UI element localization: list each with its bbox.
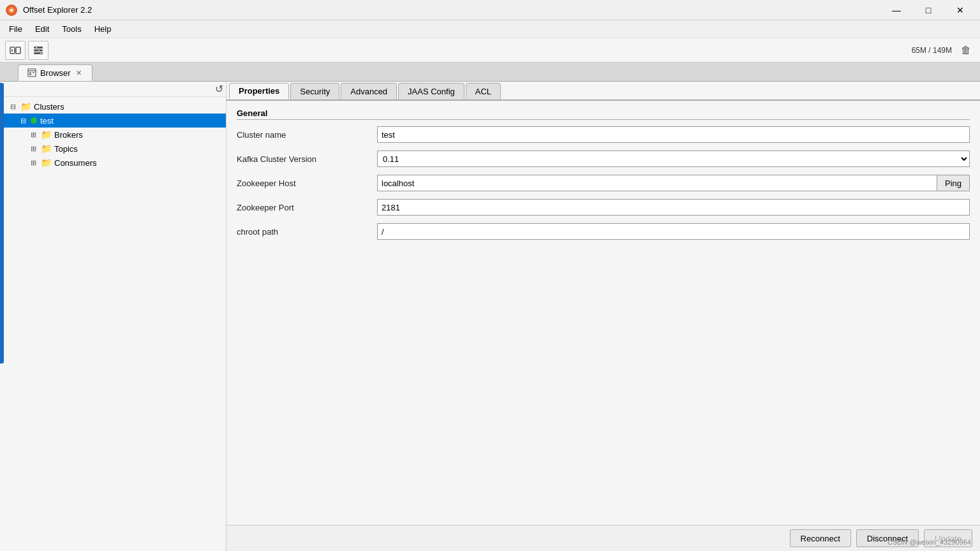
consumers-expander: ⊞ [31,159,41,167]
input-cluster-name[interactable] [377,126,970,143]
tree-node-clusters[interactable]: ⊟ 📁 Clusters [0,99,226,114]
form-row-zookeeper-port: Zookeeper Port [237,199,970,216]
zookeeper-host-group: Ping [377,175,970,191]
tab-advanced-label: Advanced [350,87,387,96]
brokers-label: Brokers [54,130,83,140]
topics-folder-icon: 📁 [41,143,52,154]
menu-edit[interactable]: Edit [29,22,56,36]
window-controls: — □ ✕ [882,0,975,20]
browser-tab-icon [27,68,36,77]
svg-point-10 [36,47,38,48]
sidebar-toolbar: ↺ [0,82,226,97]
maximize-button[interactable]: □ [914,0,943,20]
label-zookeeper-host: Zookeeper Host [237,179,377,188]
input-chroot-path[interactable] [377,223,970,240]
tab-browser-label: Browser [40,68,71,78]
svg-rect-16 [33,72,34,73]
settings-icon [33,45,44,56]
blue-accent-bar [0,83,4,364]
brokers-expander: ⊞ [31,131,41,139]
tab-properties[interactable]: Properties [229,83,289,99]
tab-security[interactable]: Security [290,83,339,99]
property-tabs: Properties Security Advanced JAAS Config… [226,82,980,101]
close-button[interactable]: ✕ [946,0,975,20]
svg-point-11 [38,49,40,51]
consumers-folder-icon: 📁 [41,158,52,168]
test-expander: ⊟ [20,117,31,125]
refresh-button[interactable]: ↺ [215,83,223,95]
cluster-status-dot [31,117,37,124]
bottom-bar: Reconnect Disconnect Update [226,525,980,551]
main-area: ↺ ⊟ 📁 Clusters ⊟ test ⊞ 📁 Brokers [0,82,980,551]
label-kafka-version: Kafka Cluster Version [237,154,377,164]
tab-close-button[interactable]: ✕ [75,69,83,77]
tab-acl[interactable]: ACL [466,83,501,99]
minimize-button[interactable]: — [882,0,911,20]
tree-area: ⊟ 📁 Clusters ⊟ test ⊞ 📁 Brokers ⊞ 📁 Topi… [0,97,226,551]
clusters-expander: ⊟ [10,103,20,111]
watermark: CSDN @weixin_43290964 [887,538,971,546]
title-bar: Offset Explorer 2.2 — □ ✕ [0,0,980,20]
menu-help[interactable]: Help [88,22,118,36]
tree-node-consumers[interactable]: ⊞ 📁 Consumers [0,156,226,170]
tab-acl-label: ACL [475,87,491,96]
app-icon [5,4,18,17]
svg-rect-13 [28,69,36,77]
svg-point-12 [40,52,42,54]
app-title: Offset Explorer 2.2 [23,5,92,15]
clusters-folder-icon: 📁 [20,101,31,112]
tab-browser[interactable]: Browser ✕ [18,64,93,81]
tree-node-topics[interactable]: ⊞ 📁 Topics [0,142,226,156]
memory-label: 65M / 149M [912,46,952,55]
svg-point-2 [10,9,13,11]
settings-button[interactable] [28,41,48,60]
tab-advanced[interactable]: Advanced [341,83,397,99]
main-toolbar: 65M / 149M 🗑 [0,38,980,62]
label-zookeeper-port: Zookeeper Port [237,203,377,212]
form-row-cluster-name: Cluster name [237,126,970,143]
toolbar-right: 65M / 149M 🗑 [912,41,975,59]
form-group-general: General [237,108,970,120]
toolbar-left [5,41,48,60]
tree-node-test[interactable]: ⊟ test [0,114,226,128]
form-row-chroot-path: chroot path [237,223,970,240]
brokers-folder-icon: 📁 [41,129,52,140]
label-cluster-name: Cluster name [237,130,377,140]
doc-tabs: Browser ✕ [0,62,980,82]
input-zookeeper-host[interactable] [377,175,937,191]
test-label: test [40,116,54,126]
label-chroot-path: chroot path [237,227,377,237]
svg-rect-4 [16,47,20,54]
topics-label: Topics [54,144,78,154]
form-row-kafka-version: Kafka Cluster Version 0.11 1.0 1.1 2.0 2… [237,151,970,167]
ping-button[interactable]: Ping [937,175,970,191]
tab-jaas-config[interactable]: JAAS Config [398,83,464,99]
reconnect-button[interactable]: Reconnect [790,529,851,547]
tree-node-brokers[interactable]: ⊞ 📁 Brokers [0,128,226,142]
connect-button[interactable] [5,41,26,60]
input-zookeeper-port[interactable] [377,199,970,216]
clusters-label: Clusters [34,102,64,112]
menu-tools[interactable]: Tools [56,22,87,36]
topics-expander: ⊞ [31,145,41,153]
sidebar: ↺ ⊟ 📁 Clusters ⊟ test ⊞ 📁 Brokers [0,82,226,551]
title-bar-left: Offset Explorer 2.2 [5,4,92,17]
gc-button[interactable]: 🗑 [957,41,975,59]
consumers-label: Consumers [54,158,96,168]
tab-security-label: Security [300,87,330,96]
menu-file[interactable]: File [3,22,29,36]
select-kafka-version[interactable]: 0.11 1.0 1.1 2.0 2.1 2.2 2.3 2.4 2.5 2.6… [377,151,970,167]
svg-rect-15 [29,72,31,75]
tab-jaas-config-label: JAAS Config [408,87,455,96]
connect-icon [10,45,21,56]
tab-properties-label: Properties [239,86,279,96]
menu-bar: File Edit Tools Help [0,20,980,38]
form-row-zookeeper-host: Zookeeper Host Ping [237,175,970,191]
content-area: Properties Security Advanced JAAS Config… [226,82,980,551]
form-area: General Cluster name Kafka Cluster Versi… [226,101,980,525]
